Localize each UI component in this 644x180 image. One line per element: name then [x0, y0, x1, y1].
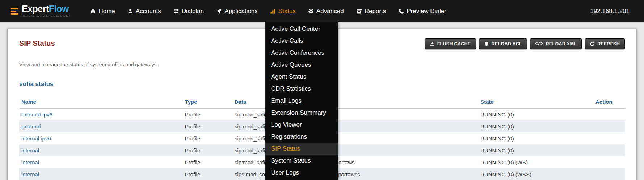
status-menu-item[interactable]: Extension Summary — [265, 107, 338, 119]
nav-item-label: Advanced — [316, 8, 344, 15]
nav-item-label: Home — [98, 8, 115, 15]
profile-name-link[interactable]: internal — [21, 171, 39, 177]
toolbar: FLUSH CACHE RELOAD ACL </> RELOAD XML RE… — [425, 38, 625, 49]
home-icon — [90, 8, 96, 14]
cell-name: internal — [19, 144, 183, 156]
button-label: REFRESH — [597, 41, 620, 46]
cell-state: RUNNING (0) — [478, 109, 593, 120]
brand-text: ExpertFlow chat, voice and video contact… — [22, 4, 70, 18]
cell-state: RUNNING (0) (WS) — [478, 156, 593, 168]
status-menu-item[interactable]: Active Calls — [265, 35, 338, 47]
nav-item-label: Preview Dialer — [407, 8, 446, 15]
cell-action — [593, 132, 625, 144]
status-menu-item[interactable]: System Status — [265, 155, 338, 167]
nav-item-label: Accounts — [136, 8, 161, 15]
status-menu-item[interactable]: User Logs — [265, 167, 338, 179]
status-menu-item[interactable]: SIP Status — [265, 143, 338, 155]
flush-cache-button[interactable]: FLUSH CACHE — [425, 38, 476, 49]
nav-item-preview-dialer[interactable]: Preview Dialer — [392, 0, 453, 22]
cell-name: internal-ipv6 — [19, 132, 183, 144]
gear-icon — [308, 8, 314, 14]
button-label: RELOAD XML — [546, 41, 577, 46]
bar-chart-icon — [270, 8, 276, 14]
cell-name: external — [19, 120, 183, 132]
cell-type: Profile — [183, 156, 232, 168]
server-ip: 192.168.1.201 — [590, 8, 630, 15]
archive-box-icon — [356, 8, 362, 14]
status-menu-item[interactable]: CDR Statistics — [265, 83, 338, 95]
cell-type: Profile — [183, 132, 232, 144]
cell-type: Profile — [183, 120, 232, 132]
paper-plane-icon — [216, 8, 222, 14]
profile-name-link[interactable]: internal — [21, 147, 39, 154]
profile-name-link[interactable]: external — [21, 123, 41, 130]
cell-type: Profile — [183, 168, 232, 180]
top-navbar: ExpertFlow chat, voice and video contact… — [0, 0, 644, 22]
brand-name-expert: Expert — [22, 4, 49, 14]
nav-item-dialplan[interactable]: Dialplan — [167, 0, 210, 22]
reload-xml-button[interactable]: </> RELOAD XML — [530, 38, 582, 49]
button-label: FLUSH CACHE — [437, 41, 471, 46]
brand-tagline: chat, voice and video contactcenter — [22, 15, 70, 18]
nav-item-accounts[interactable]: Accounts — [121, 0, 167, 22]
column-header: Action — [593, 96, 625, 109]
reload-acl-button[interactable]: RELOAD ACL — [479, 38, 527, 49]
code-icon: </> — [535, 42, 543, 46]
button-label: RELOAD ACL — [492, 41, 522, 46]
brand-logo[interactable]: ExpertFlow chat, voice and video contact… — [11, 4, 70, 18]
phone-icon — [398, 8, 404, 14]
nav-item-label: Reports — [365, 8, 386, 15]
profile-name-link[interactable]: internal-ipv6 — [21, 135, 51, 142]
nav-item-status[interactable]: Status Active Call Center Active Calls A… — [264, 0, 302, 22]
nav-item-home[interactable]: Home — [84, 0, 121, 22]
status-menu-item[interactable]: Active Queues — [265, 59, 338, 71]
status-menu-item[interactable]: Email Logs — [265, 95, 338, 107]
status-menu-item[interactable]: Log Viewer — [265, 119, 338, 131]
status-menu-item[interactable]: Registrations — [265, 131, 338, 143]
status-menu-item[interactable]: Active Call Center — [265, 23, 338, 35]
cell-action — [593, 168, 625, 180]
refresh-icon — [590, 41, 595, 46]
nav-item-reports[interactable]: Reports — [350, 0, 392, 22]
nav-item-label: Applications — [224, 8, 258, 15]
brand-name-flow: Flow — [49, 4, 69, 14]
cell-action — [593, 109, 625, 120]
cell-name: internal — [19, 168, 183, 180]
cell-action — [593, 156, 625, 168]
column-header: State — [478, 96, 593, 109]
cell-name: internal — [19, 156, 183, 168]
nav-item-label: Dialplan — [182, 8, 204, 15]
main-nav: Home Accounts Dialplan Applications Stat… — [84, 0, 452, 22]
nav-item-advanced[interactable]: Advanced — [302, 0, 350, 22]
cell-action — [593, 144, 625, 156]
cell-state: RUNNING (0) — [478, 144, 593, 156]
column-header: Type — [183, 96, 232, 109]
nav-item-applications[interactable]: Applications — [210, 0, 264, 22]
column-header: Name — [19, 96, 183, 109]
profile-name-link[interactable]: internal — [21, 159, 39, 165]
profile-name-link[interactable]: external-ipv6 — [21, 111, 52, 118]
person-icon — [127, 8, 133, 14]
cell-type: Profile — [183, 109, 232, 120]
brand-bars-icon — [11, 8, 18, 15]
refresh-button[interactable]: REFRESH — [585, 38, 625, 49]
nav-item-label: Status — [278, 8, 296, 15]
page-title: SIP Status — [19, 39, 55, 48]
cell-action — [593, 120, 625, 132]
swap-arrows-icon — [173, 8, 179, 14]
cell-type: Profile — [183, 144, 232, 156]
status-menu-item[interactable]: Active Conferences — [265, 47, 338, 59]
cell-state: RUNNING (0) — [478, 132, 593, 144]
cell-name: external-ipv6 — [19, 109, 183, 120]
status-dropdown-menu: Active Call Center Active Calls Active C… — [265, 22, 338, 180]
cell-state: RUNNING (0) (WSS) — [478, 168, 593, 180]
eject-icon — [430, 41, 435, 46]
shield-icon — [484, 41, 489, 46]
status-menu-item[interactable]: Agent Status — [265, 71, 338, 83]
cell-state: RUNNING (0) — [478, 120, 593, 132]
